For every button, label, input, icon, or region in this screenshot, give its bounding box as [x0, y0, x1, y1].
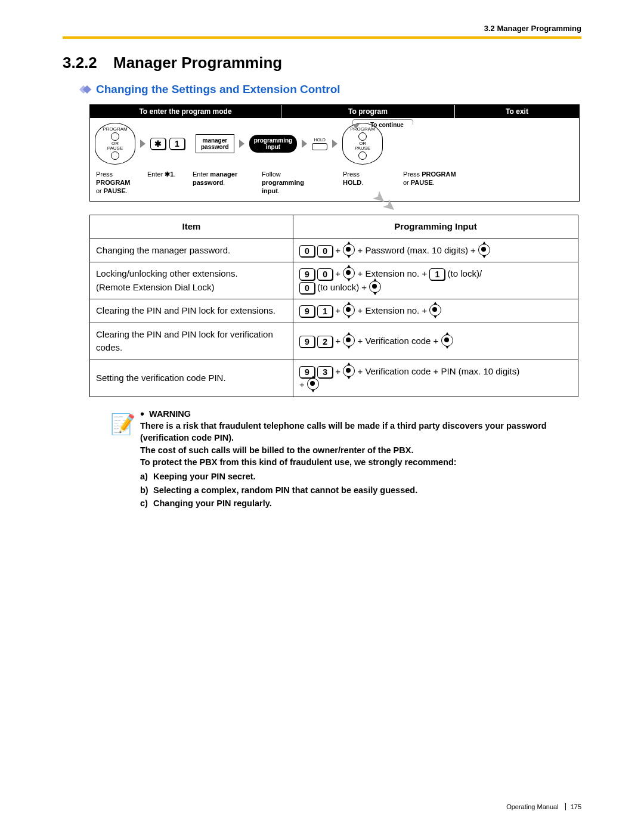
continue-arrow-icon — [352, 124, 360, 129]
jog-dial-icon — [369, 281, 381, 293]
flow-captions: Press PROGRAMor PAUSE. Enter ✱1. Enter m… — [90, 167, 579, 196]
warning-text: •WARNING There is a risk that fraudulent… — [140, 408, 578, 510]
item-cell: Changing the manager password. — [90, 239, 293, 262]
footer-book: Operating Manual — [506, 803, 558, 810]
page-footer: Operating Manual 175 — [506, 803, 581, 810]
input-cell: 9 1 + + Extension no. + — [293, 299, 578, 323]
continue-label: To continue — [370, 122, 404, 128]
item-cell: Locking/unlocking other extensions.(Remo… — [90, 262, 293, 299]
warning-title: WARNING — [149, 409, 191, 419]
jog-dial-icon — [441, 335, 453, 346]
jog-dial-icon — [307, 378, 319, 390]
item-cell: Clearing the PIN and PIN lock for extens… — [90, 299, 293, 323]
key-icon: 9 — [299, 336, 315, 348]
programming-table: Item Programming Input Changing the mana… — [89, 215, 578, 397]
arrow-icon — [302, 140, 307, 148]
warning-list: a)Keeping your PIN secret. b)Selecting a… — [140, 470, 578, 509]
key-icon: 0 — [299, 282, 315, 294]
arrow-icon — [332, 140, 338, 148]
phone-icon-exit: PROGRAM OR PAUSE — [342, 123, 383, 165]
table-row: Locking/unlocking other extensions.(Remo… — [90, 262, 578, 299]
key-one: 1 — [169, 138, 185, 150]
key-icon: 0 — [317, 245, 333, 257]
input-cell: 9 3 + + Verification code + PIN (max. 10… — [293, 360, 578, 397]
table-row: Changing the manager password. 0 0 + + P… — [90, 239, 578, 262]
th-item: Item — [90, 215, 293, 239]
input-cell: 0 0 + + Password (max. 10 digits) + — [293, 239, 578, 262]
subsection-text: Changing the Settings and Extension Cont… — [96, 83, 340, 95]
jog-dial-icon — [343, 304, 355, 316]
section-text: Manager Programming — [113, 54, 282, 72]
subsection-title: Changing the Settings and Extension Cont… — [80, 83, 581, 96]
key-icon: 9 — [299, 268, 315, 280]
key-star: ✱ — [150, 138, 166, 150]
jog-dial-icon — [429, 304, 441, 316]
diamond-icon — [80, 83, 96, 95]
jog-dial-icon — [343, 335, 355, 346]
th-prog-input: Programming Input — [293, 215, 578, 239]
flow-diagram: To enter the program mode To program To … — [89, 104, 580, 202]
footer-page: 175 — [571, 803, 581, 810]
key-icon: 1 — [317, 305, 333, 317]
jog-dial-icon — [343, 244, 355, 256]
section-title: 3.2.2Manager Programming — [63, 54, 581, 72]
header-rule — [63, 36, 581, 39]
flow-headers: To enter the program mode To program To … — [90, 105, 579, 118]
jog-dial-icon — [343, 365, 355, 377]
warning-p1: There is a risk that fraudulent telephon… — [140, 421, 547, 442]
key-icon: 0 — [299, 245, 315, 257]
hold-key-icon: HOLD — [312, 138, 327, 150]
flow-header-enter: To enter the program mode — [90, 105, 281, 118]
warning-block: 📝 •WARNING There is a risk that fraudule… — [110, 408, 578, 510]
warning-p3: To protect the PBX from this kind of fra… — [140, 457, 457, 467]
running-header: 3.2 Manager Programming — [63, 24, 581, 33]
key-icon: 9 — [299, 305, 315, 317]
arrow-icon — [239, 140, 244, 148]
key-icon: 2 — [317, 336, 333, 348]
input-cell: 9 0 + + Extension no. + 1 (to lock)/ 0 (… — [293, 262, 578, 299]
flow-header-program: To program — [281, 105, 455, 118]
section-number: 3.2.2 — [63, 54, 113, 72]
note-icon: 📝 — [110, 408, 140, 510]
key-icon: 1 — [429, 268, 445, 280]
warning-p2: The cost of such calls will be billed to… — [140, 445, 413, 455]
phone-icon-enter: PROGRAM OR PAUSE — [95, 123, 135, 165]
flow-body: PROGRAM OR PAUSE ✱ 1 managerpassword pro… — [90, 118, 579, 167]
flow-header-exit: To exit — [455, 105, 579, 118]
key-icon: 0 — [317, 268, 333, 280]
item-cell: Clearing the PIN and PIN lock for verifi… — [90, 323, 293, 360]
input-cell: 9 2 + + Verification code + — [293, 323, 578, 360]
table-header-row: Item Programming Input — [90, 215, 578, 239]
jog-dial-icon — [343, 267, 355, 279]
key-icon: 3 — [317, 366, 333, 378]
manager-password-box: managerpassword — [196, 134, 234, 153]
programming-input-pill: programminginput — [249, 135, 297, 153]
table-row: Clearing the PIN and PIN lock for extens… — [90, 299, 578, 323]
jog-dial-icon — [478, 244, 490, 256]
table-row: Clearing the PIN and PIN lock for verifi… — [90, 323, 578, 360]
item-cell: Setting the verification code PIN. — [90, 360, 293, 397]
arrow-icon — [140, 140, 145, 148]
table-row: Setting the verification code PIN. 9 3 +… — [90, 360, 578, 397]
